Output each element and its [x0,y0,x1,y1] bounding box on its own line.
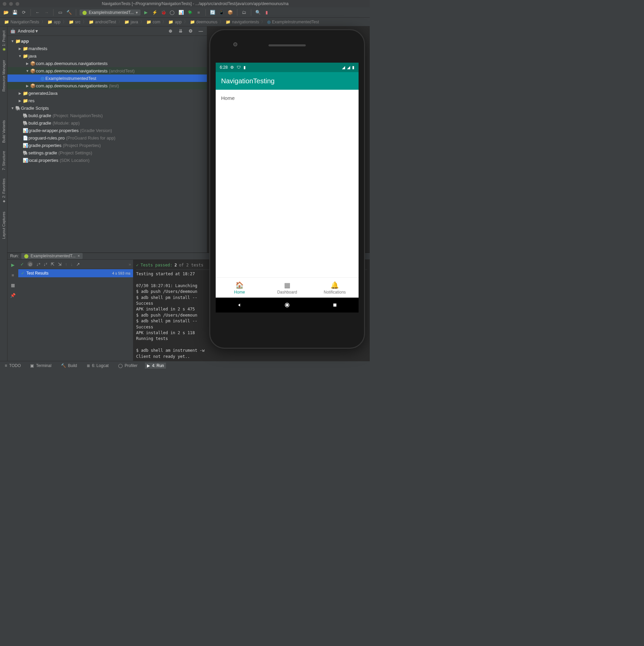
device-icon[interactable]: ▮ [263,9,270,16]
tree-node-proguard[interactable]: 📄proguard-rules.pro(ProGuard Rules for a… [7,134,207,142]
back-icon[interactable]: ← [34,9,41,16]
forward-icon[interactable]: → [43,9,50,16]
open-icon[interactable]: 📂 [3,9,9,16]
tab-build-variants[interactable]: Build Variants [1,116,6,147]
tree-node-pkg-test[interactable]: ▶📦com.app.deemounus.navigationtests(test… [7,82,207,89]
battery-icon: ▮ [352,65,355,70]
crumb-com[interactable]: 📁com [145,20,162,24]
tree-node-gradle-properties[interactable]: 📊gradle.properties(Project Properties) [7,142,207,149]
structure-icon[interactable]: 🗂 [241,9,248,16]
crumb-apppkg[interactable]: 📁app [167,20,183,24]
home-button-icon[interactable] [284,302,290,308]
crumb-deemounus[interactable]: 📁deemounus [189,20,219,24]
export-icon[interactable]: ↗ [76,262,80,267]
tree-node-res[interactable]: ▶📁res [7,97,207,104]
home-icon: 🏠 [235,281,244,289]
crumb-file[interactable]: ◎ExampleInstrumentedTest [266,20,320,24]
save-all-icon[interactable]: 💾 [12,9,18,16]
collapse-all-icon[interactable]: ⇊ [177,28,184,35]
close-tab-icon[interactable]: × [78,254,80,258]
tree-node-gradle-scripts[interactable]: ▼🐘Gradle Scripts [7,104,207,112]
tree-node-gradle-wrapper[interactable]: 📊gradle-wrapper.properties(Gradle Versio… [7,127,207,134]
emulator-frame: 6:28 ⚙ 🛡 ▮ ◢ ◢ ▮ NavigationTesting Home … [209,29,365,349]
run-tool-buttons: ▶ ■ ▦ 📌 [7,260,18,361]
tab-project[interactable]: ◉1: Project [1,26,6,56]
tree-node-build-gradle-app[interactable]: 🐘build.gradle(Module: app) [7,119,207,127]
back-button-icon[interactable] [236,302,242,308]
settings-icon[interactable]: ⚙ [187,28,194,35]
tree-node-generatedjava[interactable]: ▶📁generatedJava [7,89,207,97]
phone-speaker-icon [269,44,306,46]
sdk-icon[interactable]: 📦 [227,9,234,16]
project-panel-header: 🤖 Android ▾ ⊕ ⇊ ⚙ — [7,26,207,36]
profile-icon[interactable]: 📊 [178,9,185,16]
tab-resource-manager[interactable]: Resource Manager [1,56,6,96]
stop-icon[interactable]: ■ [195,9,202,16]
coverage-icon[interactable]: ◯ [169,9,176,16]
sb-run[interactable]: ▶ 4: Run [145,363,166,369]
traffic-lights[interactable] [3,2,19,6]
run-tab[interactable]: ⬤ ExampleInstrumentedT... × [21,253,83,259]
tab-structure[interactable]: 7: Structure [1,147,6,174]
tab-layout-captures[interactable]: Layout Captures [1,208,6,243]
tree-node-example-test[interactable]: ◎ExampleInstrumentedTest [7,74,207,82]
sb-profiler[interactable]: ◯ Profiler [116,363,139,369]
window-titlebar: NavigationTests [~/Programming/Navigatio… [0,0,370,7]
nav-home[interactable]: 🏠 Home [216,278,263,298]
tree-node-pkg-main[interactable]: ▶📦com.app.deemounus.navigationtests [7,60,207,67]
android-icon: 🤖 [10,28,16,34]
collapse-icon[interactable]: ⇲ [58,262,62,267]
recents-button-icon[interactable] [332,302,338,308]
main-toolbar: 📂 💾 ⟳ ← → ▭ 🔨 ⬤ ExampleInstrumentedT... … [0,7,370,18]
sync-gradle-icon[interactable]: 🔄 [209,9,216,16]
sb-logcat[interactable]: ≣ 6: Logcat [85,363,111,369]
run-configuration-dropdown[interactable]: ⬤ ExampleInstrumentedT... ▾ [80,9,141,16]
rerun-icon[interactable]: ▶ [9,262,16,268]
apply-changes-icon[interactable]: ⚡ [151,9,158,16]
sync-icon[interactable]: ⟳ [20,9,27,16]
tree-node-app[interactable]: ▼📁app [7,37,207,45]
sort-icon[interactable]: ↓ᵃ [36,262,40,267]
layout-icon[interactable]: ▦ [9,282,16,289]
tree-node-java[interactable]: ▼📁java [7,52,207,60]
tree-node-build-gradle-proj[interactable]: 🐘build.gradle(Project: NavigationTests) [7,112,207,119]
svg-point-1 [286,304,288,306]
make-icon[interactable]: 🔨 [66,9,72,16]
crumb-src[interactable]: 📁src [67,20,82,24]
run-icon[interactable]: ▶ [143,9,149,16]
sb-todo[interactable]: ≡ TODO [3,363,23,369]
avdmanager-icon[interactable]: ▭ [57,9,64,16]
search-icon[interactable]: 🔍 [255,9,261,16]
sb-terminal[interactable]: ▣ Terminal [28,363,53,369]
crumb-androidtest[interactable]: 📁androidTest [87,20,117,24]
app-title: NavigationTesting [221,77,275,85]
crumb-java[interactable]: 📁java [123,20,139,24]
sort2-icon[interactable]: ↓ᶻ [44,262,48,267]
tree-node-manifests[interactable]: ▶📁manifests [7,45,207,52]
project-view-dropdown[interactable]: Android ▾ [18,28,38,34]
expand-icon[interactable]: ⇱ [51,262,55,267]
show-passed-icon[interactable]: ✓ [20,262,24,267]
crumb-navtests[interactable]: 📁navigationtests [224,20,260,24]
attach-debugger-icon[interactable]: 🪲 [187,9,193,16]
tree-node-local-properties[interactable]: 📊local.properties(SDK Location) [7,156,207,164]
test-results-row[interactable]: ✓ Test Results 4 s 593 ms [18,269,133,277]
crumb-app[interactable]: 📁app [46,20,62,24]
crumb-root[interactable]: 📁NavigationTests [3,20,41,24]
prev-icon[interactable]: ↑ [65,262,67,267]
tree-node-settings-gradle[interactable]: 🐘settings.gradle(Project Settings) [7,149,207,156]
pin-icon[interactable]: 📌 [9,292,16,299]
nav-notifications[interactable]: 🔔 Notifications [311,278,359,298]
scroll-from-source-icon[interactable]: ⊕ [167,28,174,35]
sb-build[interactable]: 🔨 Build [59,363,79,369]
stop-run-icon[interactable]: ■ [9,272,16,279]
tree-node-pkg-androidtest[interactable]: ▼📦com.app.deemounus.navigationtests(andr… [7,67,207,74]
debug-icon[interactable]: 🐞 [160,9,167,16]
nav-dashboard[interactable]: ▦ Dashboard [263,278,311,298]
show-ignored-icon[interactable]: ⊘ [27,261,33,267]
emulator-screen[interactable]: 6:28 ⚙ 🛡 ▮ ◢ ◢ ▮ NavigationTesting Home … [216,63,359,313]
hide-icon[interactable]: — [197,28,204,35]
tab-favorites[interactable]: ★ 2: Favorites [1,174,6,208]
avd-icon[interactable]: 📱 [218,9,225,16]
next-icon[interactable]: ↓ [71,262,73,267]
